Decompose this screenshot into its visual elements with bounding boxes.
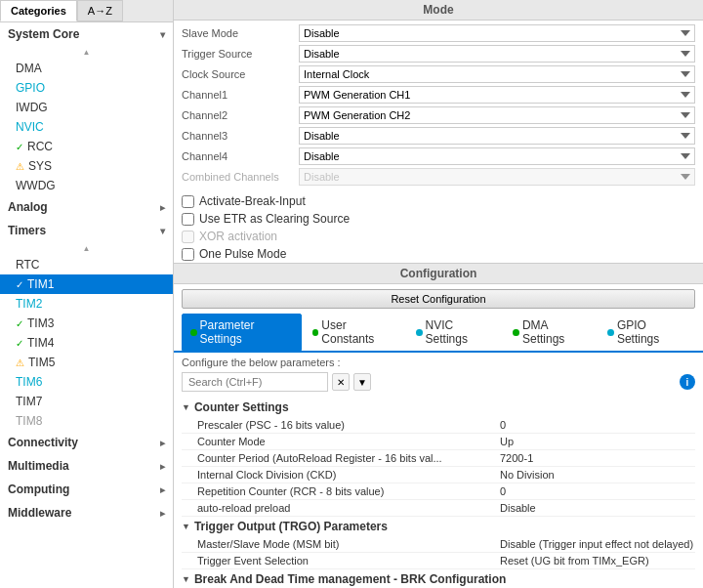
param-name: auto-reload preload xyxy=(197,502,500,514)
param-value: 0 xyxy=(500,485,695,497)
sidebar-item-tim1[interactable]: ✓ TIM1 xyxy=(0,274,173,294)
select-slave-mode[interactable]: Disable xyxy=(299,24,695,42)
sidebar-group-timers[interactable]: Timers▾ xyxy=(0,219,173,242)
sidebar: Categories A→Z System Core▾▲DMAGPIOIWDGN… xyxy=(0,0,174,588)
sidebar-group-middleware[interactable]: Middleware▸ xyxy=(0,501,173,525)
checkbox-one-pulse-mode[interactable] xyxy=(182,248,194,261)
form-label: Combined Channels xyxy=(182,171,299,183)
checkbox-label: Activate-Break-Input xyxy=(199,194,306,208)
config-body: Configure the below parameters : ✕ ▼ i ▼… xyxy=(174,353,703,588)
checkbox-label: Use ETR as Clearing Source xyxy=(199,212,350,226)
sidebar-item-rtc[interactable]: RTC xyxy=(0,255,173,274)
checkbox-row: One Pulse Mode xyxy=(174,245,703,263)
select-clock-source[interactable]: Internal Clock xyxy=(299,65,695,83)
sidebar-group-system-core[interactable]: System Core▾ xyxy=(0,22,173,46)
select-channel4[interactable]: Disable xyxy=(299,147,695,165)
config-tab-user-constants[interactable]: User Constants xyxy=(304,314,405,351)
checkbox-activate-break-input[interactable] xyxy=(182,195,194,208)
param-row: Master/Slave Mode (MSM bit)Disable (Trig… xyxy=(182,536,695,553)
sidebar-item-gpio[interactable]: GPIO xyxy=(0,78,173,98)
tab-categories[interactable]: Categories xyxy=(0,0,77,21)
config-tab-gpio-settings[interactable]: GPIO Settings xyxy=(599,314,695,351)
param-name: Master/Slave Mode (MSM bit) xyxy=(197,538,500,550)
select-channel1[interactable]: PWM Generation CH1 xyxy=(299,86,695,104)
param-group-counter-settings[interactable]: ▼Counter Settings xyxy=(182,398,695,417)
chevron-icon: ▼ xyxy=(182,574,190,584)
search-next-icon[interactable]: ▼ xyxy=(353,373,371,391)
form-label: Clock Source xyxy=(182,68,299,80)
tab-status-dot xyxy=(416,329,423,336)
configure-hint: Configure the below parameters : xyxy=(182,357,695,368)
mode-title: Mode xyxy=(174,0,703,21)
sidebar-group-analog[interactable]: Analog▸ xyxy=(0,195,173,219)
select-channel3[interactable]: Disable xyxy=(299,127,695,145)
chevron-icon: ▼ xyxy=(182,402,190,412)
sidebar-item-tim8[interactable]: TIM8 xyxy=(0,411,173,431)
chevron-icon: ▸ xyxy=(160,461,165,472)
select-trigger-source[interactable]: Disable xyxy=(299,45,695,63)
sidebar-item-tim7[interactable]: TIM7 xyxy=(0,392,173,411)
form-label: Channel4 xyxy=(182,150,299,162)
sidebar-item-iwdg[interactable]: IWDG xyxy=(0,98,173,117)
tab-az[interactable]: A→Z xyxy=(77,0,123,21)
param-group-label: Break And Dead Time management - BRK Con… xyxy=(194,572,506,586)
tab-label: DMA Settings xyxy=(522,318,588,346)
param-row: auto-reload preloadDisable xyxy=(182,500,695,517)
config-tab-dma-settings[interactable]: DMA Settings xyxy=(504,314,597,351)
config-tab-nvic-settings[interactable]: NVIC Settings xyxy=(407,314,502,351)
form-label: Slave Mode xyxy=(182,27,299,39)
sidebar-group-connectivity[interactable]: Connectivity▸ xyxy=(0,431,173,454)
param-name: Counter Period (AutoReload Register - 16… xyxy=(197,452,500,464)
chevron-icon: ▾ xyxy=(160,29,165,40)
sidebar-item-tim3[interactable]: ✓ TIM3 xyxy=(0,314,173,333)
param-name: Trigger Event Selection xyxy=(197,555,500,567)
chevron-icon: ▾ xyxy=(160,226,165,236)
reset-config-button[interactable]: Reset Configuration xyxy=(182,289,695,309)
tab-status-dot xyxy=(513,329,519,336)
param-name: Prescaler (PSC - 16 bits value) xyxy=(197,419,500,431)
sidebar-item-sys[interactable]: ⚠ SYS xyxy=(0,156,173,176)
param-row: Repetition Counter (RCR - 8 bits value)0 xyxy=(182,483,695,500)
search-input[interactable] xyxy=(182,372,328,392)
checkbox-row: Use ETR as Clearing Source xyxy=(174,210,703,228)
param-row: Trigger Event SelectionReset (UG bit fro… xyxy=(182,553,695,569)
mode-field-row: Channel1PWM Generation CH1 xyxy=(182,86,695,104)
chevron-icon: ▸ xyxy=(160,484,165,495)
sidebar-tab-bar: Categories A→Z xyxy=(0,0,173,22)
sidebar-item-tim6[interactable]: TIM6 xyxy=(0,372,173,392)
checkbox-use-etr-as-clearing-source[interactable] xyxy=(182,213,194,226)
search-clear-icon[interactable]: ✕ xyxy=(332,373,350,391)
select-channel2[interactable]: PWM Generation CH2 xyxy=(299,106,695,124)
param-value: 7200-1 xyxy=(500,452,695,464)
mode-field-row: Channel2PWM Generation CH2 xyxy=(182,106,695,124)
param-value: Up xyxy=(500,436,695,447)
param-value: Disable xyxy=(500,502,695,514)
sidebar-item-dma[interactable]: DMA xyxy=(0,59,173,78)
tab-status-dot xyxy=(190,329,197,336)
param-group-break-and-dead-time-management---brk-configuration[interactable]: ▼Break And Dead Time management - BRK Co… xyxy=(182,569,695,588)
checkbox-row: Activate-Break-Input xyxy=(174,192,703,210)
sidebar-item-rcc[interactable]: ✓ RCC xyxy=(0,137,173,156)
mode-field-row: Slave ModeDisable xyxy=(182,24,695,42)
param-row: Internal Clock Division (CKD)No Division xyxy=(182,467,695,483)
select-combined-channels[interactable]: Disable xyxy=(299,168,695,186)
param-group-label: Trigger Output (TRGO) Parameters xyxy=(194,520,388,533)
param-row: Counter ModeUp xyxy=(182,434,695,450)
sidebar-item-tim2[interactable]: TIM2 xyxy=(0,294,173,314)
checkbox-xor-activation[interactable] xyxy=(182,231,194,243)
param-group-trigger-output-(trgo)-parameters[interactable]: ▼Trigger Output (TRGO) Parameters xyxy=(182,517,695,536)
sidebar-item-tim5[interactable]: ⚠ TIM5 xyxy=(0,353,173,372)
checkbox-label: XOR activation xyxy=(199,230,277,243)
sidebar-group-computing[interactable]: Computing▸ xyxy=(0,478,173,501)
chevron-icon: ▸ xyxy=(160,438,165,448)
param-name: Repetition Counter (RCR - 8 bits value) xyxy=(197,485,500,497)
form-label: Channel1 xyxy=(182,89,299,101)
sidebar-item-nvic[interactable]: NVIC xyxy=(0,117,173,137)
sidebar-item-wwdg[interactable]: WWDG xyxy=(0,176,173,195)
sidebar-group-multimedia[interactable]: Multimedia▸ xyxy=(0,454,173,478)
config-tab-parameter-settings[interactable]: Parameter Settings xyxy=(182,314,302,351)
form-label: Channel3 xyxy=(182,130,299,142)
sidebar-item-tim4[interactable]: ✓ TIM4 xyxy=(0,333,173,353)
form-label: Trigger Source xyxy=(182,48,299,60)
param-value: Reset (UG bit from TIMx_EGR) xyxy=(500,555,695,567)
